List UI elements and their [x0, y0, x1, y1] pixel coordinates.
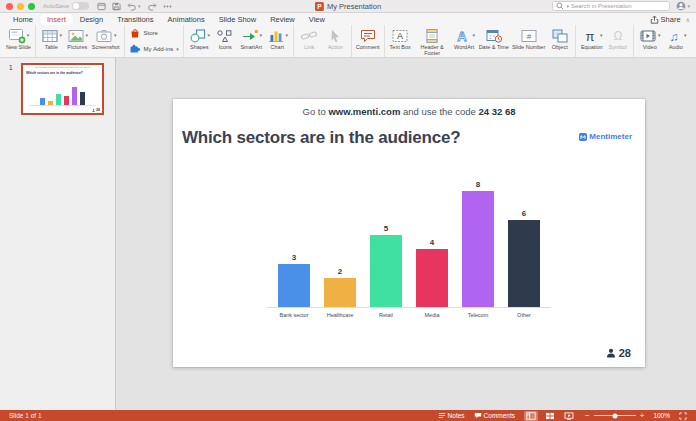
- zoom-window-icon[interactable]: [28, 3, 35, 10]
- ribbon-group: ▾ShapesIcons▾SmartArt▾Chart: [184, 25, 294, 57]
- notes-button[interactable]: Notes: [438, 412, 465, 419]
- mentimeter-logo-icon: [579, 133, 587, 141]
- new-slide-button[interactable]: ▾New Slide: [5, 27, 32, 50]
- autosave-control[interactable]: AutoSave: [43, 2, 89, 10]
- undo-caret-icon[interactable]: ▾: [138, 3, 141, 9]
- comment-button[interactable]: Comment: [355, 27, 381, 50]
- smartart-caret-icon[interactable]: ▾: [260, 33, 263, 39]
- notes-label: Notes: [448, 412, 465, 419]
- slide-editing-area[interactable]: Go to www.menti.com and use the code 24 …: [173, 99, 645, 367]
- my-add-ins-label: My Add-ins: [144, 46, 174, 52]
- icons-label: Icons: [219, 44, 232, 50]
- tab-slide-show[interactable]: Slide Show: [212, 14, 264, 25]
- tab-view[interactable]: View: [302, 14, 332, 25]
- my-add-ins-caret-icon[interactable]: ▾: [176, 46, 179, 52]
- tab-insert[interactable]: Insert: [40, 14, 73, 25]
- svg-text:P: P: [317, 3, 322, 10]
- thumb-banner-text: Go to www.menti.com and use the code 24 …: [23, 66, 102, 69]
- save-icon[interactable]: [112, 2, 121, 11]
- autosave-toggle[interactable]: [72, 2, 89, 10]
- category-label: Media: [416, 312, 448, 318]
- bar-rect: [370, 235, 402, 308]
- tab-transitions[interactable]: Transitions: [110, 14, 160, 25]
- video-caret-icon[interactable]: ▾: [658, 33, 661, 39]
- symbol-icon: Ω: [609, 28, 627, 44]
- audio-icon: ♫: [665, 28, 683, 44]
- thumb-axis-line: [29, 105, 96, 106]
- fit-slide-icon[interactable]: [679, 412, 687, 420]
- table-button[interactable]: ▾Table: [39, 27, 64, 50]
- account-icon[interactable]: ▾: [676, 1, 690, 11]
- pictures-button[interactable]: ▾Pictures: [65, 27, 90, 50]
- chart-button[interactable]: ▾Chart: [265, 27, 290, 50]
- slide-number-button[interactable]: #Slide Number: [511, 27, 546, 50]
- tab-home[interactable]: Home: [6, 14, 40, 25]
- slide-sorter-icon[interactable]: [543, 411, 557, 421]
- bar-value-label: 8: [476, 180, 480, 189]
- date-time-button[interactable]: Date & Time: [478, 27, 510, 50]
- chart-icon: [267, 28, 285, 44]
- comments-button[interactable]: Comments: [474, 412, 515, 419]
- close-window-icon[interactable]: [6, 3, 13, 10]
- equation-caret-icon[interactable]: ▾: [600, 33, 603, 39]
- video-label: Video: [643, 44, 657, 50]
- equation-button[interactable]: π▾Equation: [579, 27, 604, 50]
- my-add-ins-button[interactable]: My Add-ins▾: [129, 43, 179, 55]
- search-box[interactable]: ▾: [552, 1, 670, 11]
- minimize-window-icon[interactable]: [17, 3, 24, 10]
- zoom-slider-knob[interactable]: [612, 413, 617, 418]
- share-button[interactable]: Share: [650, 15, 681, 24]
- smartart-button[interactable]: ▾SmartArt: [239, 27, 264, 50]
- zoom-slider[interactable]: [594, 415, 636, 416]
- header-footer-button[interactable]: Header & Footer: [414, 27, 451, 57]
- search-scope-caret-icon[interactable]: ▾: [566, 3, 569, 9]
- window-icon[interactable]: [97, 2, 106, 11]
- add-ins-icon: [129, 43, 141, 55]
- chart-caret-icon[interactable]: ▾: [286, 33, 289, 39]
- video-button[interactable]: ▾Video: [637, 27, 662, 50]
- screenshot-label: Screenshot: [92, 44, 120, 50]
- bar-telecom: 8: [462, 180, 494, 307]
- shapes-caret-icon[interactable]: ▾: [208, 33, 211, 39]
- tab-review[interactable]: Review: [263, 14, 302, 25]
- text-box-button[interactable]: AText Box: [388, 27, 413, 50]
- zoom-in-icon[interactable]: +: [640, 412, 645, 420]
- wordart-button[interactable]: A▾WordArt: [452, 27, 477, 50]
- icons-button[interactable]: Icons: [213, 27, 238, 50]
- undo-icon[interactable]: ▾: [127, 2, 141, 11]
- search-input[interactable]: [571, 3, 666, 9]
- new-slide-icon: [8, 28, 26, 44]
- category-label: Other: [508, 312, 540, 318]
- slide-thumbnail[interactable]: Go to www.menti.com and use the code 24 …: [21, 63, 104, 115]
- tab-design[interactable]: Design: [73, 14, 110, 25]
- equation-label: Equation: [581, 44, 603, 50]
- redo-icon[interactable]: [147, 2, 157, 11]
- category-label: Bank sector: [278, 312, 310, 318]
- ribbon-group: StoreMy Add-ins▾: [125, 25, 184, 57]
- screenshot-caret-icon[interactable]: ▾: [114, 33, 117, 39]
- zoom-out-icon[interactable]: −: [585, 412, 590, 420]
- pictures-caret-icon[interactable]: ▾: [86, 33, 89, 39]
- slideshow-icon[interactable]: [562, 411, 576, 421]
- ribbon-group: ▾Table▾Pictures▾Screenshot: [36, 25, 125, 57]
- screenshot-icon: [95, 28, 113, 44]
- wordart-caret-icon[interactable]: ▾: [472, 33, 475, 39]
- collapse-ribbon-icon[interactable]: ∧: [686, 16, 690, 23]
- screenshot-button[interactable]: ▾Screenshot: [91, 27, 121, 50]
- thumb-slide-title: Which sectors are in the audience?: [26, 71, 102, 75]
- svg-text:A: A: [397, 31, 403, 41]
- table-caret-icon[interactable]: ▾: [60, 33, 63, 39]
- audio-button[interactable]: ♫▾Audio: [663, 27, 688, 50]
- store-button[interactable]: Store: [129, 27, 158, 39]
- object-button[interactable]: Object: [547, 27, 572, 50]
- normal-view-icon[interactable]: [524, 411, 538, 421]
- more-icon[interactable]: [163, 2, 172, 11]
- audio-caret-icon[interactable]: ▾: [684, 33, 687, 39]
- link-label: Link: [304, 44, 314, 50]
- tab-animations[interactable]: Animations: [161, 14, 212, 25]
- slide-number-label: Slide Number: [512, 44, 545, 50]
- shapes-button[interactable]: ▾Shapes: [187, 27, 212, 50]
- bar-rect: [324, 278, 356, 307]
- thumb-respondent-count: 28: [92, 108, 100, 112]
- new-slide-caret-icon[interactable]: ▾: [27, 33, 30, 39]
